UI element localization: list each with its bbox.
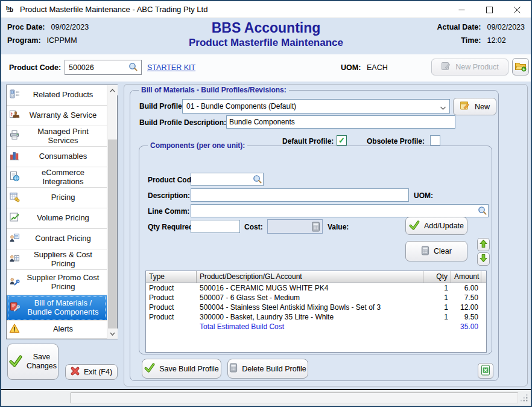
time-value: 12:02	[487, 36, 525, 45]
build-profile-value: 01 - Bundle Components (Default)	[186, 102, 296, 111]
sidebar-item-label: Managed Print Services	[7, 127, 107, 145]
sidebar: Related Products Warranty & Service Mana…	[6, 85, 118, 339]
sidebar-item-alerts[interactable]: Alerts	[7, 321, 107, 339]
line-comm-label: Line Comm:	[148, 207, 189, 216]
components-groupbox: Components (per one unit): Product Code:…	[139, 146, 492, 354]
cell-amount: 12.00	[451, 303, 481, 312]
save-changes-label-line2: Changes	[27, 362, 57, 370]
open-product-folder-button[interactable]	[512, 58, 529, 75]
move-down-button[interactable]	[477, 252, 490, 266]
cell-product: 500016 - CERAMIC MUGS WHITE PK4	[197, 283, 423, 293]
sidebar-item-consumables[interactable]: Consumables	[7, 147, 107, 167]
column-header-type: Type	[146, 271, 197, 283]
clear-label: Clear	[434, 247, 452, 255]
title-bar[interactable]: bb Product Masterfile Maintenance - ABC …	[1, 1, 531, 18]
cell-product: 300000 - Basket, Laundry 35 Litre - Whit…	[197, 312, 423, 322]
delete-icon	[229, 363, 238, 374]
sidebar-item-label: Supplier Promo Cost Pricing	[7, 274, 107, 291]
sidebar-item-ecommerce-integrations[interactable]: eCommerce Integrations	[7, 167, 107, 188]
resize-grip[interactable]	[521, 394, 528, 405]
components-table: Type Product/Description/GL Account Qty …	[145, 271, 487, 353]
sidebar-item-warranty-service[interactable]: Warranty & Service	[7, 106, 107, 126]
sidebar-item-suppliers-cost-pricing[interactable]: Suppliers & Cost Pricing	[7, 249, 107, 270]
table-row[interactable]: Product 500007 - 6 Glass Set - Medium 1 …	[146, 293, 486, 303]
scroll-down-icon[interactable]	[107, 328, 118, 339]
add-update-button[interactable]: Add/Update	[405, 217, 467, 235]
sidebar-item-managed-print-services[interactable]: Managed Print Services	[7, 126, 107, 147]
table-row[interactable]: Product 500016 - CERAMIC MUGS WHITE PK4 …	[146, 283, 486, 293]
sidebar-item-label: eCommerce Integrations	[7, 168, 107, 186]
sidebar-item-volume-pricing[interactable]: Volume Pricing	[7, 208, 107, 229]
column-header-product: Product/Description/GL Account	[197, 271, 423, 283]
sidebar-item-pricing[interactable]: Pricing	[7, 188, 107, 208]
calculator-icon	[311, 222, 320, 234]
line-comm-input[interactable]	[191, 204, 489, 217]
product-search-icon[interactable]	[128, 62, 138, 74]
obsolete-profile-checkbox[interactable]	[430, 135, 440, 146]
sidebar-item-related-products[interactable]: Related Products	[7, 85, 107, 106]
line-comm-search-icon[interactable]	[478, 206, 487, 218]
new-profile-label: New	[475, 103, 490, 111]
related-products-icon	[9, 89, 20, 102]
maximize-button[interactable]	[475, 1, 503, 18]
scroll-up-icon[interactable]	[107, 85, 118, 95]
sidebar-item-label: Bill of Materials / Bundle Components	[7, 299, 107, 316]
move-up-button[interactable]	[477, 238, 490, 251]
table-row[interactable]: Product 500004 - Stainless Steel Antiski…	[146, 303, 486, 312]
close-button[interactable]	[503, 1, 531, 18]
component-description-input[interactable]	[191, 188, 409, 202]
column-header-amount: Amount	[451, 271, 481, 283]
check-icon	[409, 220, 420, 232]
column-header-filler	[481, 271, 487, 283]
time-label: Time:	[437, 36, 481, 45]
minimize-button[interactable]	[448, 1, 475, 18]
delete-build-profile-button[interactable]: Delete Build Profile	[227, 359, 308, 379]
window-title: Product Masterfile Maintenance - ABC Tra…	[20, 5, 207, 14]
product-toolbar: Product Code: STARTER KIT UOM: EACH New …	[1, 54, 531, 82]
chevron-down-icon	[440, 104, 446, 112]
price-table-icon	[9, 191, 20, 205]
default-profile-checkbox[interactable]: ✓	[337, 135, 347, 146]
build-profile-description-input[interactable]	[226, 115, 455, 129]
main-panel: Bill of Materials - Build Profiles/Revis…	[124, 84, 528, 386]
notepad-pencil-icon	[460, 100, 470, 113]
app-logo-icon: bb	[6, 3, 16, 16]
status-message-area	[71, 393, 518, 403]
warning-triangle-icon	[9, 323, 20, 336]
cell-qty: 1	[423, 283, 451, 293]
save-changes-button[interactable]: Save Changes	[7, 344, 59, 380]
body-area: Related Products Warranty & Service Mana…	[1, 82, 531, 390]
qty-required-input[interactable]	[191, 220, 240, 233]
value-label: Value:	[328, 223, 349, 231]
table-row[interactable]: Product 300000 - Basket, Laundry 35 Litr…	[146, 312, 486, 322]
exit-label: Exit (F4)	[84, 368, 112, 376]
sidebar-item-label: Pricing	[7, 193, 107, 202]
new-profile-button[interactable]: New	[453, 98, 496, 115]
table-total-row: Total Estimated Build Cost 35.00	[146, 322, 486, 332]
build-profile-label: Build Profile:	[139, 102, 185, 111]
sidebar-item-bill-of-materials[interactable]: Bill of Materials / Bundle Components	[7, 295, 107, 321]
sidebar-item-contract-pricing[interactable]: Contract Pricing	[7, 229, 107, 249]
exit-button[interactable]: Exit (F4)	[65, 364, 118, 380]
bom-groupbox: Bill of Materials - Build Profiles/Revis…	[130, 90, 499, 381]
column-header-qty: Qty	[423, 271, 451, 283]
scrollbar-thumb[interactable]	[108, 139, 117, 329]
printer-icon	[9, 130, 20, 143]
build-profile-dropdown[interactable]: 01 - Bundle Components (Default)	[182, 99, 450, 114]
save-build-profile-button[interactable]: Save Build Profile	[142, 359, 221, 379]
cell-type: Product	[146, 293, 197, 303]
cell-qty: 1	[423, 293, 451, 303]
sidebar-item-supplier-promo-cost-pricing[interactable]: Supplier Promo Cost Pricing	[7, 270, 107, 295]
sidebar-scrollbar[interactable]	[107, 85, 117, 339]
bom-group-title: Bill of Materials - Build Profiles/Revis…	[139, 86, 289, 94]
sidebar-item-label: Warranty & Service	[7, 111, 107, 120]
status-bar	[1, 390, 531, 406]
cell-amount: 7.50	[451, 293, 481, 303]
arrow-up-icon	[480, 239, 487, 250]
product-name-link[interactable]: STARTER KIT	[147, 63, 195, 72]
cell-type: Product	[146, 283, 197, 293]
export-excel-button[interactable]	[478, 363, 493, 379]
clear-button[interactable]: Clear	[405, 241, 467, 261]
component-search-icon[interactable]	[253, 175, 262, 187]
globe-page-icon	[9, 171, 20, 184]
